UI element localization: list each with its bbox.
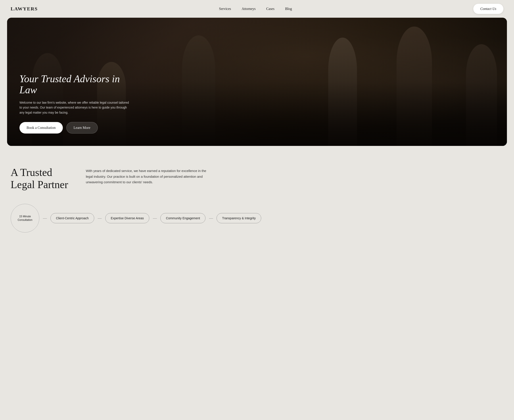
consultation-circle-text: 15 Minute Consultation [16,213,34,224]
nav-item-cases[interactable]: Cases [266,7,274,11]
hero-description: Welcome to our law firm's website, where… [19,100,132,115]
hero-content: Your Trusted Advisors in Law Welcome to … [7,73,144,146]
feature-pill-client-centric[interactable]: Client-Centric Approach [50,213,94,223]
divider-4: — [209,216,213,221]
header: LAWYERS Services Attorneys Cases Blog Co… [0,0,514,18]
learn-more-button[interactable]: Learn More [66,122,98,134]
trusted-title-line2: Legal Partner [11,179,68,190]
nav-item-attorneys[interactable]: Attorneys [242,7,256,11]
nav-item-services[interactable]: Services [219,7,231,11]
feature-pill-expertise[interactable]: Expertise Diverse Areas [105,213,149,223]
hero-buttons: Book a Consultation Learn More [19,122,132,134]
trusted-title-line1: A Trusted [11,166,52,178]
consultation-circle: 15 Minute Consultation [11,204,39,232]
nav: Services Attorneys Cases Blog [219,7,292,11]
trusted-title: A Trusted Legal Partner [11,166,68,191]
hero-section: Your Trusted Advisors in Law Welcome to … [7,18,507,146]
divider-2: — [98,216,102,221]
logo: LAWYERS [11,6,38,12]
trusted-left: A Trusted Legal Partner [11,166,68,191]
contact-button[interactable]: Contact Us [473,4,503,14]
divider-3: — [153,216,157,221]
circle-label-line1: 15 Minute [19,215,31,218]
trusted-section: A Trusted Legal Partner With years of de… [0,153,514,199]
circle-label-line2: Consultation [18,218,32,222]
nav-item-blog[interactable]: Blog [285,7,292,11]
hero-wrapper: Your Trusted Advisors in Law Welcome to … [0,18,514,153]
divider-1: — [43,216,47,221]
features-section: 15 Minute Consultation — Client-Centric … [0,199,514,246]
hero-title: Your Trusted Advisors in Law [19,73,132,96]
feature-pill-transparency[interactable]: Transparency & Integrity [217,213,261,223]
trusted-right: With years of dedicated service, we have… [86,166,503,185]
feature-pill-community[interactable]: Community Engagement [160,213,205,223]
book-consultation-button[interactable]: Book a Consultation [19,122,63,134]
trusted-description: With years of dedicated service, we have… [86,168,214,185]
